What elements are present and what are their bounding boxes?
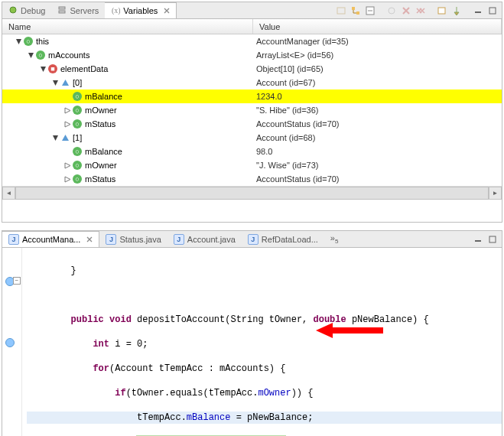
field-public-icon: ○ xyxy=(73,106,82,115)
editor-tab-status[interactable]: J Status.java xyxy=(99,231,167,247)
expand-toggle-icon[interactable] xyxy=(63,93,71,100)
columns-header: Name Value xyxy=(2,19,502,34)
tree-row[interactable]: ○mAccountsArrayList<E> (id=56) xyxy=(2,48,502,62)
tree-row[interactable]: ○mOwner"S. Hibe" (id=36) xyxy=(2,103,502,117)
close-icon[interactable] xyxy=(164,6,170,15)
minimize-icon[interactable] xyxy=(472,233,484,246)
expand-toggle-icon[interactable] xyxy=(63,106,71,114)
tree-node-label: mStatus xyxy=(85,174,115,184)
tree-row[interactable]: ■elementDataObject[10] (id=65) xyxy=(2,62,502,76)
svg-marker-12 xyxy=(316,323,383,338)
tree-row[interactable]: ○mStatusAccountStatus (id=70) xyxy=(2,117,502,131)
expand-toggle-icon[interactable] xyxy=(39,65,47,73)
tree-node-value: AccountStatus (id=70) xyxy=(253,119,502,129)
editor-panel: J AccountMana... J Status.java J Account… xyxy=(2,230,502,436)
scroll-thumb[interactable] xyxy=(15,187,489,200)
show-logical-structure-icon[interactable] xyxy=(350,5,362,17)
annotation-arrow-icon xyxy=(316,321,385,340)
tree-node-value: 1234.0 xyxy=(253,92,502,101)
remove-all-icon[interactable] xyxy=(415,5,427,17)
java-file-icon: J xyxy=(8,234,19,245)
tab-variables-label: Variables xyxy=(123,6,158,15)
tree-row[interactable]: [0]Account (id=67) xyxy=(2,76,502,89)
java-file-icon: J xyxy=(248,234,259,245)
editor-tab-account[interactable]: J Account.java xyxy=(167,231,242,247)
bug-icon xyxy=(8,5,18,16)
add-watch-icon[interactable] xyxy=(385,5,398,17)
column-header-name[interactable]: Name xyxy=(2,19,253,34)
show-list-icon[interactable]: »5 xyxy=(324,233,345,245)
tree-row[interactable]: ○mBalance98.0 xyxy=(2,145,502,158)
pin-icon[interactable] xyxy=(450,5,463,17)
editor-tab-accountmanager[interactable]: J AccountMana... xyxy=(2,231,99,247)
maximize-icon[interactable] xyxy=(486,233,499,246)
fold-toggle-icon[interactable]: − xyxy=(13,277,21,285)
expand-toggle-icon[interactable] xyxy=(63,161,71,169)
svg-rect-9 xyxy=(438,8,445,14)
tree-node-value: Account (id=67) xyxy=(253,78,502,87)
show-type-names-icon[interactable] xyxy=(335,5,347,17)
editor-tab-refdataload[interactable]: J RefDataLoad... xyxy=(242,231,324,247)
tab-variables[interactable]: (x)= Variables xyxy=(105,2,177,18)
field-public-icon: ○ xyxy=(36,50,45,60)
maximize-icon[interactable] xyxy=(486,5,499,17)
variables-tree[interactable]: ○thisAccountManager (id=35)○mAccountsArr… xyxy=(2,34,502,186)
tree-node-value: ArrayList<E> (id=56) xyxy=(253,50,502,60)
svg-rect-2 xyxy=(59,11,65,13)
remove-selected-icon[interactable] xyxy=(400,5,412,17)
tree-node-label: [1] xyxy=(73,133,82,142)
tree-node-label: mOwner xyxy=(85,106,117,115)
tree-row[interactable]: ○thisAccountManager (id=35) xyxy=(2,34,502,48)
minimize-icon[interactable] xyxy=(472,5,484,17)
tree-row[interactable]: ○mStatusAccountStatus (id=70) xyxy=(2,172,502,186)
tab-debug[interactable]: Debug xyxy=(2,2,51,18)
code-editor[interactable]: − } public void depositToAccount(String … xyxy=(2,248,502,436)
editor-tab-label: AccountMana... xyxy=(22,235,80,244)
scroll-left-button[interactable]: ◄ xyxy=(2,187,15,200)
field-public-icon: ○ xyxy=(73,119,82,129)
tree-node-value: 98.0 xyxy=(253,147,502,156)
tab-servers[interactable]: Servers xyxy=(51,2,105,18)
debug-current-line-icon[interactable] xyxy=(5,338,15,347)
tree-node-value: Account (id=68) xyxy=(253,133,502,142)
tree-node-label: [0] xyxy=(73,78,82,87)
tree-row[interactable]: ○mOwner"J. Wise" (id=73) xyxy=(2,158,502,172)
expand-toggle-icon[interactable] xyxy=(51,134,59,142)
detail-pane[interactable] xyxy=(2,199,502,222)
open-new-view-icon[interactable] xyxy=(436,5,448,17)
editor-gutter[interactable]: − xyxy=(2,248,22,436)
column-header-value[interactable]: Value xyxy=(253,19,502,34)
field-private-icon: ■ xyxy=(48,64,57,73)
tree-node-label: elementData xyxy=(60,64,108,73)
tree-node-value: "S. Hibe" (id=36) xyxy=(253,106,502,115)
variables-view-panel: Debug Servers (x)= Variables xyxy=(2,2,502,223)
view-tabbar: Debug Servers (x)= Variables xyxy=(2,2,502,19)
svg-rect-4 xyxy=(337,8,345,14)
tree-node-value: Object[10] (id=65) xyxy=(253,64,502,73)
expand-toggle-icon[interactable] xyxy=(63,120,71,128)
close-icon[interactable] xyxy=(86,235,93,244)
expand-toggle-icon[interactable] xyxy=(51,79,59,86)
collapse-all-icon[interactable] xyxy=(364,5,376,17)
expand-toggle-icon[interactable] xyxy=(27,51,34,59)
tree-node-label: this xyxy=(36,37,49,46)
svg-rect-1 xyxy=(59,7,65,9)
editor-tabbar: J AccountMana... J Status.java J Account… xyxy=(2,231,502,248)
tree-node-value: AccountManager (id=35) xyxy=(253,37,502,46)
tab-debug-label: Debug xyxy=(21,6,45,15)
expand-toggle-icon[interactable] xyxy=(63,175,71,183)
editor-tab-label: Status.java xyxy=(119,235,161,244)
svg-point-0 xyxy=(10,7,16,13)
tree-row[interactable]: ○mBalance1234.0 xyxy=(2,89,502,103)
scroll-right-button[interactable]: ► xyxy=(489,187,502,200)
field-public-icon: ○ xyxy=(73,92,82,101)
tree-node-label: mBalance xyxy=(85,92,122,101)
horizontal-scrollbar[interactable]: ◄ ► xyxy=(2,186,502,199)
tree-row[interactable]: [1]Account (id=68) xyxy=(2,131,502,145)
expand-toggle-icon[interactable] xyxy=(15,37,22,45)
tree-node-label: mAccounts xyxy=(48,50,89,60)
expand-toggle-icon[interactable] xyxy=(63,148,71,155)
array-element-icon xyxy=(60,78,70,87)
tree-node-value: "J. Wise" (id=73) xyxy=(253,161,502,170)
variables-icon: (x)= xyxy=(111,5,120,16)
